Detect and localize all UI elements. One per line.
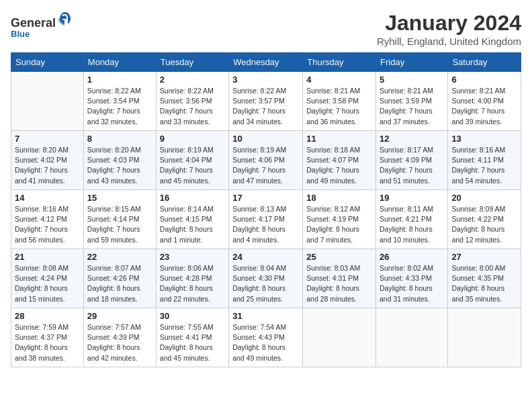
day-info: Sunrise: 8:16 AMSunset: 4:12 PMDaylight:… [15,204,80,245]
calendar-cell: 2Sunrise: 8:22 AMSunset: 3:56 PMDaylight… [156,72,228,131]
calendar-cell: 14Sunrise: 8:16 AMSunset: 4:12 PMDayligh… [11,190,84,249]
calendar-cell: 19Sunrise: 8:11 AMSunset: 4:21 PMDayligh… [376,190,448,249]
calendar-cell: 10Sunrise: 8:19 AMSunset: 4:06 PMDayligh… [229,131,303,190]
calendar-cell: 4Sunrise: 8:21 AMSunset: 3:58 PMDaylight… [303,72,376,131]
month-title: January 2024 [377,11,521,36]
day-info: Sunrise: 8:21 AMSunset: 3:58 PMDaylight:… [306,86,372,127]
calendar-cell: 7Sunrise: 8:20 AMSunset: 4:02 PMDaylight… [11,131,84,190]
day-info: Sunrise: 8:18 AMSunset: 4:07 PMDaylight:… [306,145,372,186]
day-number: 27 [451,252,517,262]
day-number: 31 [232,311,299,321]
calendar-cell: 21Sunrise: 8:08 AMSunset: 4:24 PMDayligh… [11,249,84,308]
day-number: 14 [15,193,80,203]
calendar-cell: 25Sunrise: 8:03 AMSunset: 4:31 PMDayligh… [303,249,376,308]
day-info: Sunrise: 8:19 AMSunset: 4:04 PMDaylight:… [160,145,225,186]
col-sunday: Sunday [11,53,84,72]
day-info: Sunrise: 8:06 AMSunset: 4:28 PMDaylight:… [160,263,225,304]
calendar-cell: 27Sunrise: 8:00 AMSunset: 4:35 PMDayligh… [448,249,521,308]
calendar-cell: 17Sunrise: 8:13 AMSunset: 4:17 PMDayligh… [229,190,303,249]
calendar-cell [303,308,376,367]
day-info: Sunrise: 7:59 AMSunset: 4:37 PMDaylight:… [15,322,80,363]
day-number: 20 [451,193,517,203]
day-number: 9 [160,134,225,144]
day-info: Sunrise: 8:22 AMSunset: 3:57 PMDaylight:… [232,86,299,127]
calendar-cell: 9Sunrise: 8:19 AMSunset: 4:04 PMDaylight… [156,131,228,190]
calendar-cell: 18Sunrise: 8:12 AMSunset: 4:19 PMDayligh… [303,190,376,249]
calendar-cell [376,308,448,367]
logo-text: General Blue [11,11,73,39]
header-row: Sunday Monday Tuesday Wednesday Thursday… [11,53,521,72]
day-info: Sunrise: 8:20 AMSunset: 4:03 PMDaylight:… [87,145,152,186]
calendar-cell: 24Sunrise: 8:04 AMSunset: 4:30 PMDayligh… [229,249,303,308]
day-number: 13 [451,134,517,144]
calendar-cell [11,72,84,131]
day-number: 7 [15,134,80,144]
day-info: Sunrise: 8:09 AMSunset: 4:22 PMDaylight:… [451,204,517,245]
day-number: 3 [232,75,299,85]
calendar-cell: 26Sunrise: 8:02 AMSunset: 4:33 PMDayligh… [376,249,448,308]
day-info: Sunrise: 8:11 AMSunset: 4:21 PMDaylight:… [380,204,444,245]
day-info: Sunrise: 8:03 AMSunset: 4:31 PMDaylight:… [306,263,372,304]
calendar-cell: 3Sunrise: 8:22 AMSunset: 3:57 PMDaylight… [229,72,303,131]
location-subtitle: Ryhill, England, United Kingdom [377,36,521,47]
day-info: Sunrise: 8:00 AMSunset: 4:35 PMDaylight:… [451,263,517,304]
day-number: 12 [380,134,444,144]
day-info: Sunrise: 8:15 AMSunset: 4:14 PMDaylight:… [87,204,152,245]
calendar-header: Sunday Monday Tuesday Wednesday Thursday… [11,53,521,72]
day-info: Sunrise: 7:54 AMSunset: 4:43 PMDaylight:… [232,322,299,363]
calendar-cell: 8Sunrise: 8:20 AMSunset: 4:03 PMDaylight… [83,131,156,190]
day-info: Sunrise: 8:14 AMSunset: 4:15 PMDaylight:… [160,204,225,245]
day-info: Sunrise: 8:17 AMSunset: 4:09 PMDaylight:… [380,145,444,186]
day-number: 19 [380,193,444,203]
calendar-cell: 28Sunrise: 7:59 AMSunset: 4:37 PMDayligh… [11,308,84,367]
day-number: 2 [160,75,225,85]
col-saturday: Saturday [448,53,521,72]
day-info: Sunrise: 8:08 AMSunset: 4:24 PMDaylight:… [15,263,80,304]
week-row: 1Sunrise: 8:22 AMSunset: 3:54 PMDaylight… [11,72,521,131]
day-info: Sunrise: 8:16 AMSunset: 4:11 PMDaylight:… [451,145,517,186]
header: General Blue January 2024 Ryhill, Englan… [11,11,521,47]
day-info: Sunrise: 8:13 AMSunset: 4:17 PMDaylight:… [232,204,299,245]
calendar-cell: 30Sunrise: 7:55 AMSunset: 4:41 PMDayligh… [156,308,228,367]
day-number: 4 [306,75,372,85]
day-number: 18 [306,193,372,203]
day-number: 17 [232,193,299,203]
calendar-cell: 11Sunrise: 8:18 AMSunset: 4:07 PMDayligh… [303,131,376,190]
calendar-cell: 13Sunrise: 8:16 AMSunset: 4:11 PMDayligh… [448,131,521,190]
day-info: Sunrise: 8:19 AMSunset: 4:06 PMDaylight:… [232,145,299,186]
week-row: 28Sunrise: 7:59 AMSunset: 4:37 PMDayligh… [11,308,521,367]
day-number: 28 [15,311,80,321]
day-info: Sunrise: 7:57 AMSunset: 4:39 PMDaylight:… [87,322,152,363]
logo-general: General [11,16,56,30]
day-number: 29 [87,311,152,321]
week-row: 21Sunrise: 8:08 AMSunset: 4:24 PMDayligh… [11,249,521,308]
calendar-cell [448,308,521,367]
calendar-cell: 22Sunrise: 8:07 AMSunset: 4:26 PMDayligh… [83,249,156,308]
day-number: 8 [87,134,152,144]
day-number: 26 [380,252,444,262]
day-number: 1 [87,75,152,85]
logo: General Blue [11,11,73,39]
day-info: Sunrise: 8:22 AMSunset: 3:54 PMDaylight:… [87,86,152,127]
calendar-body: 1Sunrise: 8:22 AMSunset: 3:54 PMDaylight… [11,72,521,367]
day-info: Sunrise: 8:12 AMSunset: 4:19 PMDaylight:… [306,204,372,245]
calendar-table: Sunday Monday Tuesday Wednesday Thursday… [11,52,521,367]
calendar-cell: 1Sunrise: 8:22 AMSunset: 3:54 PMDaylight… [83,72,156,131]
day-number: 30 [160,311,225,321]
day-number: 21 [15,252,80,262]
logo-blue: Blue [11,29,73,39]
day-number: 22 [87,252,152,262]
col-tuesday: Tuesday [156,53,228,72]
day-info: Sunrise: 8:22 AMSunset: 3:56 PMDaylight:… [160,86,225,127]
logo-icon [57,11,73,27]
day-number: 24 [232,252,299,262]
day-number: 15 [87,193,152,203]
calendar-cell: 31Sunrise: 7:54 AMSunset: 4:43 PMDayligh… [229,308,303,367]
day-number: 10 [232,134,299,144]
day-number: 11 [306,134,372,144]
col-friday: Friday [376,53,448,72]
calendar-cell: 6Sunrise: 8:21 AMSunset: 4:00 PMDaylight… [448,72,521,131]
day-info: Sunrise: 8:21 AMSunset: 3:59 PMDaylight:… [380,86,444,127]
calendar-cell: 20Sunrise: 8:09 AMSunset: 4:22 PMDayligh… [448,190,521,249]
calendar-cell: 23Sunrise: 8:06 AMSunset: 4:28 PMDayligh… [156,249,228,308]
